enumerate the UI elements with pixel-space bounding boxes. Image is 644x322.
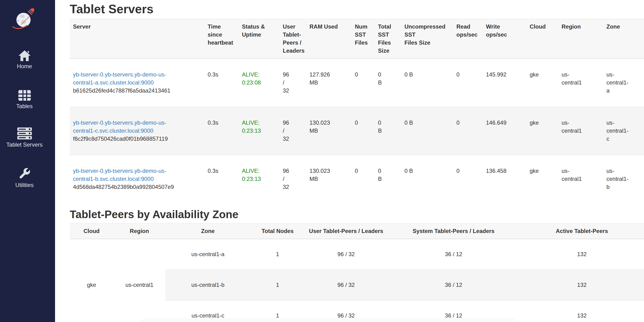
status-uptime-cell: ALIVE: 0:23:08 <box>238 58 280 107</box>
col-active-tablet-peers: Active Tablet-Peers <box>520 224 644 239</box>
tablet-servers-table: Server Time since heartbeat Status & Upt… <box>70 19 644 203</box>
sidebar-item-label: Home <box>17 63 32 70</box>
col-uncompressed-sst-size: Uncompressed SST Files Size <box>401 19 453 59</box>
az-active-peers-cell: 132 <box>520 301 644 322</box>
az-total-nodes-cell: 1 <box>250 239 305 270</box>
col-cloud: Cloud <box>526 19 558 59</box>
region-cell: us- central1 <box>558 58 603 107</box>
az-active-peers-cell: 132 <box>520 270 644 301</box>
az-active-peers-cell: 132 <box>520 239 644 270</box>
write-ops-cell: 145.992 <box>483 58 526 107</box>
heartbeat-cell: 0.3s <box>204 155 238 203</box>
az-user-peers-cell: 96 / 32 <box>305 270 388 301</box>
num-sst-files-cell: 0 <box>352 58 375 107</box>
col-user-tablet-peers: User Tablet-Peers / Leaders <box>305 224 388 239</box>
az-region-cell: us-central1 <box>114 239 165 322</box>
sidebar-item-label: Utilities <box>15 182 34 188</box>
col-user-tablet-peers: User Tablet- Peers / Leaders <box>280 19 306 59</box>
write-ops-cell: 146.649 <box>483 107 526 155</box>
server-cell: yb-tserver-0.yb-tservers.yb-demo-us- cen… <box>70 155 204 203</box>
tables-icon <box>18 89 32 101</box>
zone-cell: us- central1- b <box>603 155 644 203</box>
col-total-nodes: Total Nodes <box>250 224 305 239</box>
tablet-servers-icon <box>17 127 32 140</box>
az-system-peers-cell: 36 / 12 <box>388 270 520 301</box>
main-content: Tablet Servers Server Time since heartbe… <box>55 2 644 322</box>
uncompressed-sst-size-cell: 0 B <box>401 155 453 203</box>
col-zone: Zone <box>165 224 250 239</box>
col-ram-used: RAM Used <box>306 19 352 59</box>
col-num-sst-files: Num SST Files <box>352 19 375 59</box>
tserver-row: yb-tserver-0.yb-tservers.yb-demo-us- cen… <box>70 107 644 155</box>
az-total-nodes-cell: 1 <box>250 270 305 301</box>
col-status-uptime: Status & Uptime <box>238 19 280 59</box>
az-zone-cell: us-central1-a <box>165 239 250 270</box>
utilities-wrench-icon <box>18 167 31 180</box>
tserver-link[interactable]: yb-tserver-0.yb-tservers.yb-demo-us- cen… <box>73 168 166 182</box>
col-server: Server <box>70 19 204 59</box>
cloud-cell: gke <box>526 58 558 107</box>
col-read-ops: Read ops/sec <box>453 19 483 59</box>
home-icon <box>18 50 31 61</box>
sidebar-item-tablet-servers[interactable]: Tablet Servers <box>6 127 42 148</box>
tserver-link[interactable]: yb-tserver-0.yb-tservers.yb-demo-us- cen… <box>73 71 166 86</box>
yugabytedb-logo[interactable] <box>10 6 39 30</box>
az-row: gke us-central1 us-central1-a 1 96 / 32 … <box>70 239 644 270</box>
total-sst-size-cell: 0 B <box>375 107 401 155</box>
planet-rocket-logo-icon <box>10 6 39 30</box>
heartbeat-cell: 0.3s <box>204 107 238 155</box>
read-ops-cell: 0 <box>453 107 483 155</box>
zone-cell: us- central1- a <box>603 58 644 107</box>
uncompressed-sst-size-cell: 0 B <box>401 58 453 107</box>
col-region: Region <box>114 224 165 239</box>
tablet-peers-by-az-table: Cloud Region Zone Total Nodes User Table… <box>70 223 644 322</box>
tserver-uuid: f6c2f9c8d750426cad0f01b968857119 <box>73 135 201 143</box>
col-system-tablet-peers: System Tablet-Peers / Leaders <box>388 224 520 239</box>
heartbeat-cell: 0.3s <box>204 58 238 107</box>
sidebar-item-utilities[interactable]: Utilities <box>15 167 34 188</box>
sidebar-item-label: Tables <box>16 103 32 109</box>
server-cell: yb-tserver-0.yb-tservers.yb-demo-us- cen… <box>70 58 204 107</box>
status-uptime-cell: ALIVE: 0:23:13 <box>238 155 280 203</box>
user-tablet-peers-cell: 96 / 32 <box>280 107 306 155</box>
sidebar-item-tables[interactable]: Tables <box>16 89 32 109</box>
table-header-row: Server Time since heartbeat Status & Upt… <box>70 19 644 59</box>
num-sst-files-cell: 0 <box>352 107 375 155</box>
ram-used-cell: 130.023 MB <box>306 107 352 155</box>
region-cell: us- central1 <box>558 107 603 155</box>
col-total-sst-size: Total SST Files Size <box>375 19 401 59</box>
tserver-row: yb-tserver-0.yb-tservers.yb-demo-us- cen… <box>70 155 644 203</box>
az-system-peers-cell: 36 / 12 <box>388 239 520 270</box>
col-heartbeat: Time since heartbeat <box>204 19 238 59</box>
az-user-peers-cell: 96 / 32 <box>305 239 388 270</box>
col-cloud: Cloud <box>70 224 114 239</box>
server-cell: yb-tserver-0.yb-tservers.yb-demo-us- cen… <box>70 107 204 155</box>
az-header-row: Cloud Region Zone Total Nodes User Table… <box>70 224 644 239</box>
write-ops-cell: 136.458 <box>483 155 526 203</box>
status-uptime-cell: ALIVE: 0:23:13 <box>238 107 280 155</box>
user-tablet-peers-cell: 96 / 32 <box>280 58 306 107</box>
read-ops-cell: 0 <box>453 155 483 203</box>
col-write-ops: Write ops/sec <box>483 19 526 59</box>
tserver-uuid: b61625d26fed4c7887f6a5daa2413461 <box>73 87 201 95</box>
zone-cell: us- central1- c <box>603 107 644 155</box>
ram-used-cell: 130.023 MB <box>306 155 352 203</box>
user-tablet-peers-cell: 96 / 32 <box>280 155 306 203</box>
az-zone-cell: us-central1-b <box>165 270 250 301</box>
uncompressed-sst-size-cell: 0 B <box>401 107 453 155</box>
az-cloud-cell: gke <box>70 239 114 322</box>
sidebar-item-label: Tablet Servers <box>6 141 42 148</box>
bottom-artifact-strip <box>136 318 521 322</box>
tserver-link[interactable]: yb-tserver-0.yb-tservers.yb-demo-us- cen… <box>73 119 166 134</box>
col-region: Region <box>558 19 603 59</box>
cloud-cell: gke <box>526 155 558 203</box>
tserver-row: yb-tserver-0.yb-tservers.yb-demo-us- cen… <box>70 58 644 107</box>
cloud-cell: gke <box>526 107 558 155</box>
total-sst-size-cell: 0 B <box>375 58 401 107</box>
tserver-uuid: 4d568da482754b2389b0a992804507e9 <box>73 183 201 191</box>
num-sst-files-cell: 0 <box>352 155 375 203</box>
az-section-title: Tablet-Peers by Availability Zone <box>70 208 644 221</box>
total-sst-size-cell: 0 B <box>375 155 401 203</box>
read-ops-cell: 0 <box>453 58 483 107</box>
sidebar-item-home[interactable]: Home <box>17 50 32 70</box>
